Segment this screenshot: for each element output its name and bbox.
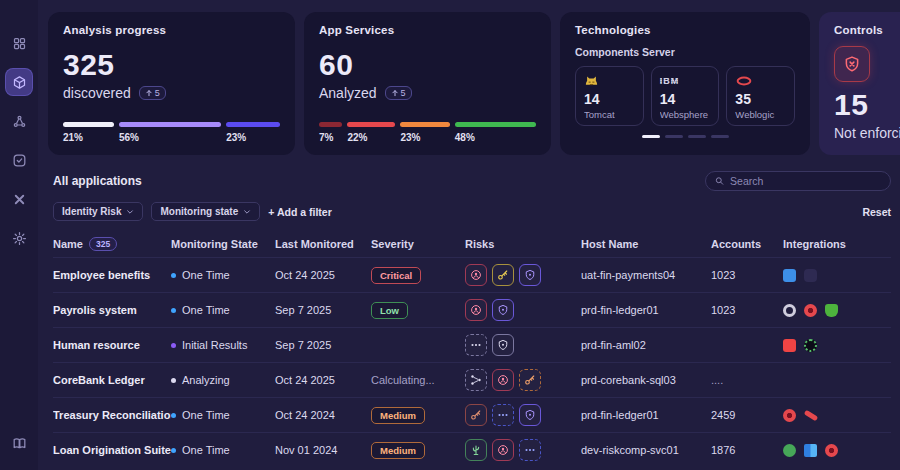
col-accounts: Accounts bbox=[711, 238, 783, 250]
bar-segment: 56% bbox=[119, 122, 221, 143]
pager-dash[interactable] bbox=[642, 135, 660, 138]
state-dot bbox=[171, 273, 176, 278]
severity-badge: Medium bbox=[371, 407, 425, 424]
table-row[interactable]: CoreBank Ledger Analyzing Oct 24 2025 Ca… bbox=[53, 362, 891, 397]
state-dot bbox=[171, 448, 176, 453]
search-input[interactable] bbox=[705, 171, 891, 191]
pager-dash[interactable] bbox=[665, 135, 683, 138]
risk-more-dots-icon[interactable] bbox=[465, 334, 487, 356]
not-enforcing-label: Not enforcing bbox=[834, 125, 900, 141]
risk-more-dots-icon[interactable] bbox=[519, 439, 541, 461]
state-dot bbox=[171, 343, 176, 348]
integration-red-rosette-icon[interactable] bbox=[825, 444, 838, 457]
discovered-label: discovered bbox=[63, 85, 131, 101]
col-name: Name 325 bbox=[53, 237, 171, 251]
assets-cube-icon[interactable] bbox=[6, 69, 32, 95]
severity-calculating: Calculating... bbox=[371, 374, 465, 386]
card-title: Analysis progress bbox=[63, 24, 280, 36]
delta-badge: 5 bbox=[385, 86, 412, 100]
risk-key-icon[interactable] bbox=[519, 369, 541, 391]
risk-shield-icon[interactable] bbox=[492, 299, 514, 321]
filter-identity-risk[interactable]: Identity Risk bbox=[53, 202, 143, 221]
name-count-badge: 325 bbox=[89, 237, 117, 251]
arrow-up-icon bbox=[145, 89, 153, 97]
table-row[interactable]: Payrolis system One Time Sep 7 2025 Low … bbox=[53, 292, 891, 327]
app-root: Analysis progress 325 discovered 5 21% bbox=[0, 0, 900, 470]
search-field[interactable] bbox=[730, 175, 881, 187]
risk-branch-icon[interactable] bbox=[465, 369, 487, 391]
filter-row: Identity Risk Monitoring state + Add a f… bbox=[53, 202, 891, 221]
add-filter-button[interactable]: + Add a filter bbox=[268, 206, 332, 218]
connections-x-icon[interactable] bbox=[6, 186, 32, 212]
app-services-card: App Services 60 Analyzed 5 7% bbox=[304, 12, 551, 155]
filter-monitoring-state[interactable]: Monitoring state bbox=[151, 202, 260, 221]
risk-key-icon[interactable] bbox=[465, 404, 487, 426]
integration-green-shield-icon[interactable] bbox=[825, 304, 838, 317]
risk-more-dots-icon[interactable] bbox=[492, 404, 514, 426]
ibm-logo-icon: IBM bbox=[660, 73, 711, 89]
pager-dash[interactable] bbox=[688, 135, 706, 138]
tile-tomcat[interactable]: 14 Tomcat bbox=[575, 66, 644, 126]
risk-key-icon[interactable] bbox=[492, 264, 514, 286]
integration-blue-grid-icon[interactable] bbox=[804, 444, 817, 457]
technologies-card: Technologies Components Server 14 Tomcat… bbox=[560, 12, 810, 155]
table-header-row: Name 325 Monitoring State Last Monitored… bbox=[53, 231, 891, 257]
technology-tiles: 14 Tomcat IBM 14 Websphere 35 Weblogic bbox=[575, 66, 795, 126]
severity-badge: Medium bbox=[371, 442, 425, 459]
table-row[interactable]: Human resource Initial Results Sep 7 202… bbox=[53, 327, 891, 362]
risk-shield-icon[interactable] bbox=[492, 334, 514, 356]
integration-red-claw-icon[interactable] bbox=[804, 409, 819, 421]
docs-book-icon[interactable] bbox=[6, 430, 32, 456]
table-row[interactable]: Loan Origination Suite One Time Nov 01 2… bbox=[53, 432, 891, 467]
stat-cards-row: Analysis progress 325 discovered 5 21% bbox=[48, 12, 900, 155]
tomcat-icon bbox=[584, 73, 635, 89]
risk-identity-icon[interactable] bbox=[492, 369, 514, 391]
shield-x-icon bbox=[834, 46, 870, 82]
components-server-subtitle: Components Server bbox=[575, 46, 795, 58]
risk-identity-icon[interactable] bbox=[465, 264, 487, 286]
tasks-check-icon[interactable] bbox=[6, 147, 32, 173]
severity-badge: Critical bbox=[371, 267, 421, 284]
col-severity: Severity bbox=[371, 238, 465, 250]
integration-ghost-icon[interactable] bbox=[804, 269, 817, 282]
col-monitoring-state: Monitoring State bbox=[171, 238, 275, 250]
risk-identity-icon[interactable] bbox=[465, 299, 487, 321]
integration-green-gear-icon[interactable] bbox=[804, 339, 817, 352]
search-icon bbox=[715, 176, 724, 186]
analysis-progress-bars: 21% 56% 23% bbox=[63, 122, 280, 143]
tile-websphere[interactable]: IBM 14 Websphere bbox=[651, 66, 720, 126]
cluster-icon[interactable] bbox=[6, 108, 32, 134]
integration-ring-icon[interactable] bbox=[783, 304, 796, 317]
integration-green-globe-icon[interactable] bbox=[783, 444, 796, 457]
card-title: Technologies bbox=[575, 24, 795, 36]
integration-red-book-icon[interactable] bbox=[783, 339, 796, 352]
integration-red-rosette-icon[interactable] bbox=[804, 304, 817, 317]
table-row[interactable]: Employee benefits One Time Oct 24 2025 C… bbox=[53, 257, 891, 292]
table-row[interactable]: Treasury Reconciliation... One Time Oct … bbox=[53, 397, 891, 432]
weblogic-icon bbox=[735, 73, 786, 89]
main-content: Analysis progress 325 discovered 5 21% bbox=[38, 0, 900, 470]
controls-card: Controls 15 Not enforcing bbox=[819, 12, 900, 155]
arrow-up-icon bbox=[391, 89, 399, 97]
bar-segment: 23% bbox=[226, 122, 280, 143]
discovered-count: 325 bbox=[63, 50, 280, 80]
pager-dash[interactable] bbox=[711, 135, 729, 138]
settings-gear-icon[interactable] bbox=[6, 225, 32, 251]
state-dot bbox=[171, 378, 176, 383]
risk-identity-icon[interactable] bbox=[492, 439, 514, 461]
risk-cactus-icon[interactable] bbox=[465, 439, 487, 461]
bar-segment: 22% bbox=[347, 122, 395, 143]
reset-button[interactable]: Reset bbox=[862, 206, 891, 218]
tile-weblogic[interactable]: 35 Weblogic bbox=[726, 66, 795, 126]
risk-shield-icon[interactable] bbox=[519, 404, 541, 426]
integration-blue-app-icon[interactable] bbox=[783, 269, 796, 282]
apps-grid-icon[interactable] bbox=[6, 30, 32, 56]
bar-segment: 21% bbox=[63, 122, 114, 143]
integration-red-rosette-icon[interactable] bbox=[783, 409, 796, 422]
col-last-monitored: Last Monitored bbox=[275, 238, 371, 250]
analyzed-count: 60 bbox=[319, 50, 536, 80]
chevron-down-icon bbox=[126, 208, 134, 216]
risk-shield-icon[interactable] bbox=[519, 264, 541, 286]
not-enforcing-count: 15 bbox=[834, 90, 900, 120]
card-title: Controls bbox=[834, 24, 900, 36]
